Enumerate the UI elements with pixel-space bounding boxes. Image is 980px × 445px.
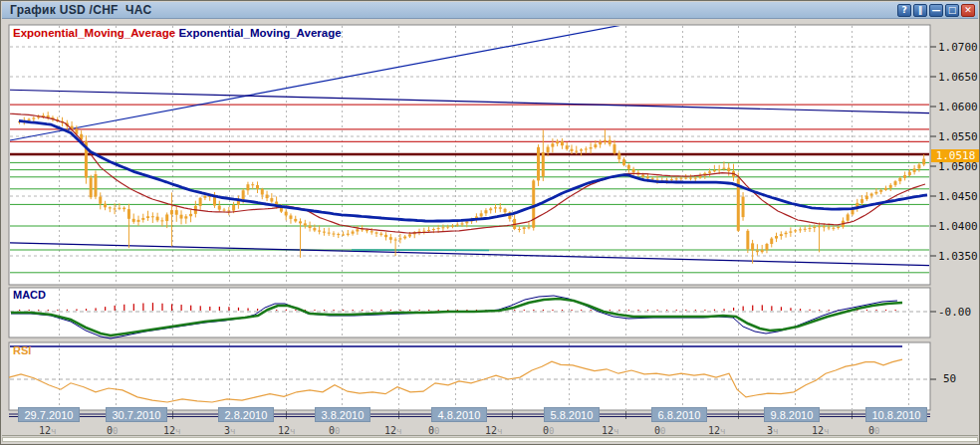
price-tick-label: 1.0400 xyxy=(938,220,978,233)
price-tick-label: 1.0700 xyxy=(938,41,978,54)
indicator-legend: Exponential_Moving_Average Exponential_M… xyxy=(13,28,342,39)
price-tick-label: 1.0350 xyxy=(938,250,978,263)
price-tick-label: 1.0450 xyxy=(938,190,978,203)
date-badge: 3.8.2010 xyxy=(315,407,370,422)
close-button[interactable]: ✕ xyxy=(961,4,975,17)
ema-fast-legend-label: Exponential_Moving_Average xyxy=(13,27,175,39)
chart-canvas[interactable] xyxy=(1,1,980,445)
macd-axis-value: -0.00 xyxy=(938,307,971,318)
ema-slow-legend-label: Exponential_Moving_Average xyxy=(178,27,341,39)
macd-panel-label: MACD xyxy=(13,290,46,301)
date-badge: 4.8.2010 xyxy=(431,407,487,422)
panel-background xyxy=(9,342,930,410)
maximize-button[interactable]: □ xyxy=(945,4,959,17)
title-bar[interactable]: График USD /CHF ЧАС ? ‖ — □ ✕ xyxy=(2,2,978,19)
chart-window: График USD /CHF ЧАС ? ‖ — □ ✕ Exponentia… xyxy=(0,0,980,445)
window-buttons: ? ‖ — □ ✕ xyxy=(897,4,975,17)
horizontal-scrollbar[interactable] xyxy=(2,435,978,443)
help-button[interactable]: ? xyxy=(897,4,911,17)
trendline-teal-segment xyxy=(352,250,489,251)
rsi-axis-value: 50 xyxy=(943,373,956,384)
scrollbar-thumb[interactable] xyxy=(2,437,978,442)
price-tick-label: 1.0600 xyxy=(938,101,978,113)
minimize-button[interactable]: — xyxy=(929,4,943,17)
date-badge: 6.8.2010 xyxy=(651,407,707,422)
date-badge: 2.8.2010 xyxy=(218,407,274,422)
date-badge: 9.8.2010 xyxy=(764,407,820,422)
date-badge: 30.7.2010 xyxy=(106,407,167,422)
window-title: График USD /CHF ЧАС xyxy=(10,3,151,17)
price-tick-label: 1.0550 xyxy=(938,130,978,143)
date-badge: 10.8.2010 xyxy=(865,407,927,422)
date-badge: 29.7.2010 xyxy=(18,407,80,422)
price-tick-label: 1.0650 xyxy=(938,71,978,84)
price-tick-label: 1.0500 xyxy=(938,160,978,173)
pause-button[interactable]: ‖ xyxy=(913,4,927,17)
rsi-panel-label: RSI xyxy=(13,345,31,356)
date-badge: 5.8.2010 xyxy=(544,407,600,422)
